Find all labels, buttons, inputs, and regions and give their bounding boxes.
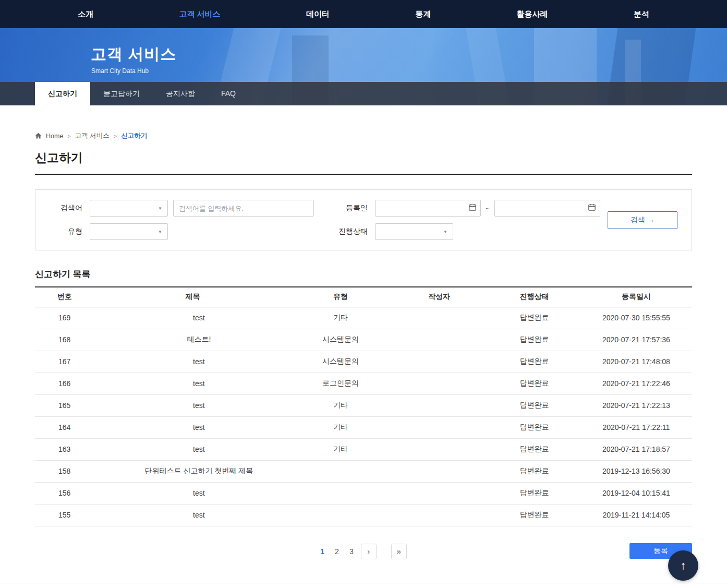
page-title: 신고하기	[35, 150, 692, 175]
col-header-date: 등록일시	[580, 287, 692, 307]
cell-writer	[390, 351, 488, 373]
list-title: 신고하기 목록	[35, 268, 692, 280]
date-from-input[interactable]	[375, 200, 481, 217]
cell-no: 163	[35, 438, 94, 460]
cell-title[interactable]: test	[94, 482, 291, 504]
nav-item[interactable]: 활용사례	[517, 9, 548, 19]
cell-title[interactable]: test	[94, 416, 291, 438]
cell-writer	[390, 394, 488, 416]
sub-tab[interactable]: 신고하기	[35, 82, 90, 105]
cell-date: 2019-11-21 14:14:05	[580, 504, 692, 526]
type-label: 유형	[51, 227, 82, 236]
table-row: 168테스트!시스템문의답변완료2020-07-21 17:57:36	[35, 329, 692, 351]
sub-tab[interactable]: FAQ	[208, 82, 249, 105]
table-row: 164test기타답변완료2020-07-21 17:22:11	[35, 416, 692, 438]
cell-status: 답변완료	[488, 307, 580, 329]
cell-type: 기타	[291, 394, 390, 416]
cell-title[interactable]: test	[94, 394, 291, 416]
cell-writer	[390, 482, 488, 504]
keyword-field-select[interactable]: ▼	[90, 200, 168, 217]
cell-writer	[390, 307, 488, 329]
cell-date: 2020-07-21 17:22:13	[580, 394, 692, 416]
nav-item[interactable]: 통계	[415, 9, 431, 19]
cell-status: 답변완료	[488, 373, 580, 394]
breadcrumb-separator: >	[67, 133, 70, 139]
table-row: 165test기타답변완료2020-07-21 17:22:13	[35, 394, 692, 416]
breadcrumb-current: 신고하기	[121, 131, 147, 140]
last-page-button[interactable]: »	[391, 544, 407, 559]
cell-no: 156	[35, 482, 94, 504]
cell-status: 답변완료	[488, 416, 580, 438]
cell-status: 답변완료	[488, 351, 580, 373]
date-to-input[interactable]	[494, 200, 600, 217]
cell-writer	[390, 329, 488, 351]
scroll-to-top-button[interactable]: ↑	[668, 550, 698, 581]
cell-status: 답변완료	[488, 460, 580, 482]
next-page-button[interactable]: ›	[361, 544, 377, 559]
nav-item[interactable]: 소개	[78, 9, 93, 19]
cell-status: 답변완료	[488, 438, 580, 460]
cell-status: 답변완료	[488, 504, 580, 526]
pager-band: 123›» 등록	[35, 543, 692, 560]
chevron-down-icon: ▼	[158, 206, 162, 211]
cell-no: 155	[35, 504, 94, 526]
nav-item[interactable]: 고객 서비스	[179, 9, 220, 19]
cell-no: 164	[35, 416, 94, 438]
cell-status: 답변완료	[488, 329, 580, 351]
breadcrumb: Home > 고객 서비스 > 신고하기	[35, 131, 692, 140]
cell-type: 기타	[291, 307, 390, 329]
main-content: Home > 고객 서비스 > 신고하기 신고하기 검색어 ▼ 등록일 ~	[35, 131, 692, 560]
calendar-icon	[469, 203, 476, 213]
page-number[interactable]: 1	[320, 547, 324, 556]
type-select[interactable]: ▼	[90, 223, 168, 240]
cell-writer	[390, 438, 488, 460]
cell-no: 169	[35, 307, 94, 329]
table-row: 158단위테스트 신고하기 첫번째 제목답변완료2019-12-13 16:56…	[35, 460, 692, 482]
cell-writer	[390, 373, 488, 394]
status-select[interactable]: ▼	[375, 223, 453, 240]
cell-no: 167	[35, 351, 94, 373]
page-number[interactable]: 2	[335, 547, 339, 556]
table-row: 155test답변완료2019-11-21 14:14:05	[35, 504, 692, 526]
nav-item[interactable]: 데이터	[306, 9, 330, 19]
nav-item[interactable]: 분석	[634, 9, 649, 19]
sub-tab-bar: 신고하기묻고답하기공지사항FAQ	[0, 82, 727, 105]
hero-subtitle: Smart City Data Hub	[91, 67, 692, 75]
pagination: 123›»	[35, 543, 692, 560]
sub-tab[interactable]: 묻고답하기	[90, 82, 153, 105]
cell-title[interactable]: test	[94, 438, 291, 460]
cell-title[interactable]: test	[94, 373, 291, 394]
cell-type: 시스템문의	[291, 351, 390, 373]
cell-date: 2020-07-21 17:57:36	[580, 329, 692, 351]
cell-title[interactable]: test	[94, 307, 291, 329]
home-icon[interactable]	[35, 133, 42, 139]
page-number[interactable]: 3	[349, 547, 354, 556]
sub-tab[interactable]: 공지사항	[153, 82, 208, 105]
cell-date: 2020-07-30 15:55:55	[580, 307, 692, 329]
search-button[interactable]: 검색 →	[608, 211, 677, 229]
cell-title[interactable]: 테스트!	[94, 329, 291, 351]
search-keyword-input[interactable]	[173, 200, 314, 217]
cell-title[interactable]: 단위테스트 신고하기 첫번째 제목	[94, 460, 291, 482]
cell-type: 로그인문의	[291, 373, 390, 394]
date-label: 등록일	[330, 203, 368, 213]
status-label: 진행상태	[330, 227, 368, 236]
cell-type	[291, 482, 390, 504]
cell-type	[291, 460, 390, 482]
breadcrumb-home[interactable]: Home	[46, 133, 63, 140]
table-row: 156test답변완료2019-12-04 10:15:41	[35, 482, 692, 504]
arrow-up-icon: ↑	[681, 559, 686, 572]
cell-title[interactable]: test	[94, 504, 291, 526]
breadcrumb-section[interactable]: 고객 서비스	[75, 131, 110, 140]
table-row: 167test시스템문의답변완료2020-07-21 17:48:08	[35, 351, 692, 373]
cell-date: 2020-07-21 17:22:46	[580, 373, 692, 394]
calendar-icon	[588, 203, 596, 213]
hero-title: 고객 서비스	[91, 44, 692, 65]
cell-writer	[390, 460, 488, 482]
cell-type: 기타	[291, 438, 390, 460]
cell-date: 2020-07-21 17:48:08	[580, 351, 692, 373]
cell-date: 2020-07-21 17:22:11	[580, 416, 692, 438]
table-header-row: 번호 제목 유형 작성자 진행상태 등록일시	[35, 287, 692, 307]
cell-date: 2019-12-04 10:15:41	[580, 482, 692, 504]
cell-title[interactable]: test	[94, 351, 291, 373]
